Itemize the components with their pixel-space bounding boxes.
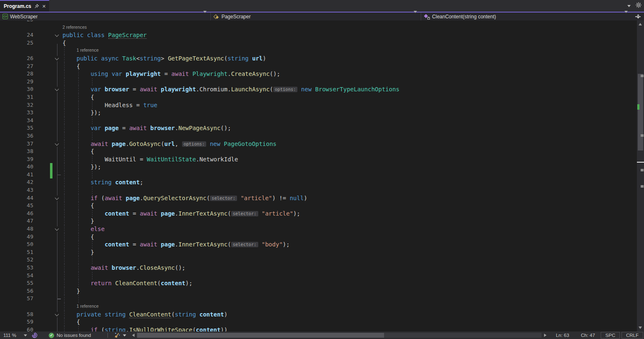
code-line[interactable]: 31{ xyxy=(0,93,637,101)
project-dropdown[interactable]: C# WebScraper xyxy=(0,13,211,20)
code-line[interactable]: 56} xyxy=(0,287,637,295)
code-line[interactable]: 25{ xyxy=(0,39,637,47)
code-line[interactable]: 44if (await page.QuerySelectorAsync(sele… xyxy=(0,194,637,202)
code-line[interactable]: 43 xyxy=(0,186,637,194)
code-line[interactable]: 28using var playwright = await Playwrigh… xyxy=(0,70,637,78)
pin-icon[interactable] xyxy=(34,4,39,9)
code-line[interactable]: 51} xyxy=(0,249,637,256)
line-number: 55 xyxy=(0,279,33,287)
fold-chevron-icon[interactable] xyxy=(54,196,60,201)
split-window-button[interactable] xyxy=(632,13,644,20)
fold-chevron-icon[interactable] xyxy=(54,226,60,232)
line-number: 37 xyxy=(0,140,33,148)
code-token: browser xyxy=(150,125,175,131)
chevron-down-icon[interactable] xyxy=(24,334,27,336)
code-line[interactable]: 54 xyxy=(0,272,637,280)
code-line[interactable]: 30var browser = await playwright.Chromiu… xyxy=(0,85,637,93)
code-token: .Chromium. xyxy=(196,86,231,93)
code-line[interactable]: 46content = await page.InnerTextAsync(se… xyxy=(0,210,637,218)
code-token: ( xyxy=(227,241,231,248)
codelens-row[interactable]: 2 references xyxy=(0,24,637,32)
member-dropdown[interactable]: CleanContent(string content) xyxy=(421,13,632,20)
code-text: } xyxy=(62,287,80,295)
code-text: Headless = true xyxy=(62,101,157,109)
fold-chevron-icon[interactable] xyxy=(54,87,60,92)
chevron-down-icon[interactable] xyxy=(624,13,628,20)
close-icon[interactable]: ✕ xyxy=(42,4,46,9)
code-line[interactable]: 24public class PageScraper xyxy=(0,31,637,39)
line-ending-toggle[interactable]: CRLF xyxy=(622,332,643,339)
gear-icon[interactable] xyxy=(636,2,642,10)
code-line[interactable]: 53await browser.CloseAsync(); xyxy=(0,264,637,272)
code-cleanup-button[interactable] xyxy=(114,332,126,339)
fold-chevron-icon[interactable] xyxy=(54,312,60,317)
horizontal-scrollbar-thumb[interactable] xyxy=(137,333,384,338)
code-line[interactable]: 37await page.GotoAsync(url, options: new… xyxy=(0,140,637,148)
type-dropdown[interactable]: PageScraper xyxy=(211,13,422,20)
codelens-row[interactable]: 1 reference xyxy=(0,47,637,55)
fold-chevron-icon[interactable] xyxy=(54,56,60,61)
code-line[interactable]: 36 xyxy=(0,132,637,140)
code-token: , xyxy=(175,141,182,147)
code-line[interactable]: 27{ xyxy=(0,63,637,70)
code-text: var page = await browser.NewPageAsync(); xyxy=(62,124,231,132)
code-line[interactable]: 41 xyxy=(0,171,637,179)
chevron-down-icon[interactable] xyxy=(414,13,417,20)
code-line[interactable]: 55return CleanContent(content); xyxy=(0,279,637,287)
codelens-references[interactable]: 2 references xyxy=(62,25,87,30)
codelens-references[interactable]: 1 reference xyxy=(77,304,99,309)
line-number: 45 xyxy=(0,202,33,210)
code-line[interactable]: 59{ xyxy=(0,318,637,326)
code-line[interactable]: 50content = await page.InnerTextAsync(se… xyxy=(0,241,637,249)
spiral-icon[interactable] xyxy=(31,332,38,339)
spaces-toggle[interactable]: SPC xyxy=(601,332,620,339)
codelens-references[interactable]: 1 reference xyxy=(77,48,99,53)
code-line[interactable]: 58private string CleanContent(string con… xyxy=(0,311,637,319)
code-line[interactable]: 33}); xyxy=(0,109,637,117)
code-line[interactable]: 29 xyxy=(0,78,637,86)
code-line[interactable]: 35var page = await browser.NewPageAsync(… xyxy=(0,124,637,132)
code-line[interactable]: 47} xyxy=(0,217,637,225)
scroll-right-icon[interactable] xyxy=(544,334,547,337)
active-files-dropdown-icon[interactable] xyxy=(627,5,631,7)
code-editor[interactable]: 232 references24public class PageScraper… xyxy=(0,20,637,331)
code-line[interactable]: 39WaitUntil = WaitUntilState.NetworkIdle xyxy=(0,156,637,163)
code-line[interactable]: 42string content; xyxy=(0,178,637,186)
fold-chevron-icon[interactable] xyxy=(54,33,60,38)
horizontal-scrollbar[interactable] xyxy=(132,333,547,338)
inline-parameter-hint: options: xyxy=(273,87,298,92)
chevron-down-icon[interactable] xyxy=(123,334,126,336)
document-health[interactable]: ✓ No issues found xyxy=(49,333,91,338)
code-line[interactable]: 26public async Task<string> GetPageTextA… xyxy=(0,55,637,63)
chevron-down-icon[interactable] xyxy=(203,13,207,20)
code-line[interactable]: 49{ xyxy=(0,233,637,241)
code-line[interactable]: 57 xyxy=(0,295,637,303)
indent-guide xyxy=(92,78,92,86)
code-token: )) xyxy=(220,326,227,331)
code-line[interactable]: 60if (string.IsNullOrWhiteSpace(content)… xyxy=(0,326,637,331)
vertical-scrollbar[interactable] xyxy=(637,20,644,331)
code-line[interactable]: 45{ xyxy=(0,202,637,210)
code-line[interactable]: 23 xyxy=(0,20,637,24)
codelens-row[interactable]: 1 reference xyxy=(0,303,637,311)
horizontal-scrollbar-track[interactable] xyxy=(137,333,542,338)
code-token: playwright xyxy=(126,70,161,77)
tab-program-cs[interactable]: Program.cs ✕ xyxy=(0,0,49,12)
code-line[interactable]: 34 xyxy=(0,117,637,125)
scroll-down-icon[interactable] xyxy=(639,326,642,329)
code-line[interactable]: 48else xyxy=(0,225,637,233)
code-token: . xyxy=(227,70,231,77)
code-line[interactable]: 40}); xyxy=(0,163,637,171)
code-line[interactable]: 32Headless = true xyxy=(0,101,637,109)
scroll-up-icon[interactable] xyxy=(639,23,642,25)
vertical-scrollbar-thumb[interactable] xyxy=(638,74,643,151)
fold-chevron-icon[interactable] xyxy=(54,141,60,147)
line-indicator: Ln: 63 xyxy=(556,333,569,338)
code-line[interactable]: 52 xyxy=(0,256,637,264)
code-token: { xyxy=(90,202,94,209)
zoom-control[interactable]: 111 % xyxy=(0,333,31,338)
line-number: 36 xyxy=(0,132,33,140)
code-line[interactable]: 38{ xyxy=(0,148,637,156)
scroll-left-icon[interactable] xyxy=(132,334,135,337)
tab-strip: Program.cs ✕ xyxy=(0,0,644,12)
